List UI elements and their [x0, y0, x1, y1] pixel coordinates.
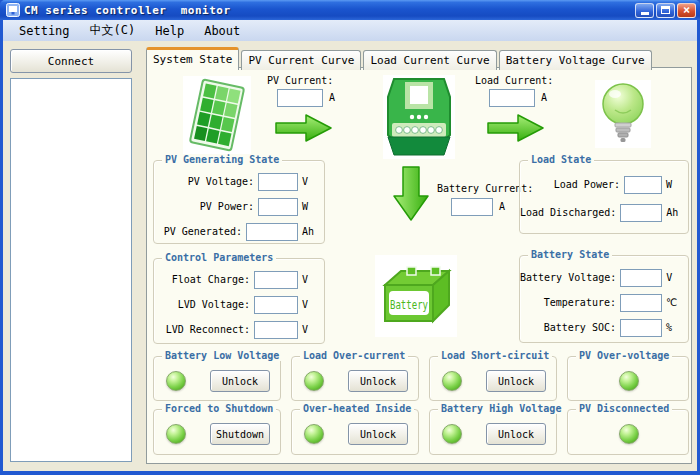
lvd-reconnect-input[interactable] [254, 321, 298, 339]
close-button[interactable]: × [677, 3, 696, 18]
lvd-reconnect-label: LVD Reconnect: [166, 324, 250, 335]
arrow-down-icon [393, 166, 429, 222]
status-title: Battery Low Voltage [162, 350, 282, 361]
menu-about[interactable]: About [194, 22, 250, 40]
battery-soc-label: Battery SOC: [544, 322, 616, 333]
pv-voltage-input[interactable] [258, 173, 298, 191]
pv-generated-input[interactable] [246, 223, 298, 241]
temperature-label: Temperature: [544, 297, 616, 308]
status-pv-disconnected: PV Disconnected [567, 409, 689, 455]
battery-high-voltage-led [442, 424, 462, 444]
menu-setting[interactable]: Setting [9, 22, 80, 40]
pv-generating-state-group: PV Generating State PV Voltage:V PV Powe… [153, 160, 325, 244]
pv-current-input[interactable] [277, 89, 323, 107]
over-heated-inside-led [304, 424, 324, 444]
lvd-voltage-label: LVD Voltage: [178, 299, 250, 310]
tab-load-current-curve[interactable]: Load Current Curve [363, 50, 496, 70]
load-state-group: Load State Load Power:W Load Discharged:… [519, 160, 689, 234]
load-current-input[interactable] [489, 89, 535, 107]
temperature-unit: ℃ [666, 297, 682, 308]
close-icon: × [683, 4, 690, 16]
load-power-input[interactable] [624, 176, 662, 194]
control-parameters-group: Control Parameters Float Charge:V LVD Vo… [153, 258, 325, 344]
status-title: Battery High Voltage [438, 403, 564, 414]
minimize-icon [641, 12, 649, 15]
app-window: CM series controller monitor × Setting 中… [0, 0, 700, 475]
controller-icon [383, 75, 455, 159]
battery-voltage-input[interactable] [620, 269, 662, 287]
pv-generated-label: PV Generated: [164, 226, 242, 237]
forced-to-shutdown-led [166, 424, 186, 444]
group-title: PV Generating State [162, 154, 282, 165]
load-power-unit: W [666, 179, 682, 190]
load-discharged-label: Load Discharged: [520, 207, 616, 218]
tab-strip: System State PV Current Curve Load Curre… [146, 47, 654, 70]
group-title: Load State [528, 154, 594, 165]
status-battery-high-voltage: Battery High Voltage Unlock [429, 409, 557, 455]
lvd-voltage-input[interactable] [254, 296, 298, 314]
status-title: Forced to Shutdown [162, 403, 276, 414]
tab-battery-voltage-curve[interactable]: Battery Voltage Curve [499, 50, 652, 70]
battery-voltage-unit: V [666, 272, 682, 283]
window-title: CM series controller monitor [24, 4, 231, 17]
status-load-over-current: Load Over-current Unlock [291, 356, 419, 401]
status-over-heated-inside: Over-heated Inside Unlock [291, 409, 419, 455]
pv-power-unit: W [302, 201, 318, 212]
title-bar: CM series controller monitor × [0, 0, 700, 20]
tab-pv-current-curve[interactable]: PV Current Curve [241, 50, 361, 70]
bulb-icon [595, 80, 651, 148]
battery-soc-unit: % [666, 322, 682, 333]
battery-soc-input[interactable] [620, 319, 662, 337]
menu-bar: Setting 中文(C) Help About [3, 20, 697, 41]
pv-power-input[interactable] [258, 198, 298, 216]
menu-language[interactable]: 中文(C) [80, 20, 146, 41]
load-short-circuit-led [442, 371, 462, 391]
solar-panel-icon [183, 76, 251, 154]
status-title: PV Disconnected [576, 403, 672, 414]
load-power-label: Load Power: [554, 179, 620, 190]
tab-system-state[interactable]: System State [146, 47, 239, 70]
battery-low-voltage-led [166, 371, 186, 391]
unlock-button[interactable]: Unlock [486, 370, 546, 392]
battery-state-group: Battery State Battery Voltage:V Temperat… [519, 255, 689, 343]
shutdown-button[interactable]: Shutdown [210, 423, 270, 445]
battery-icon-text: Battery [390, 298, 428, 312]
status-title: PV Over-voltage [576, 350, 672, 361]
pv-voltage-unit: V [302, 176, 318, 187]
battery-icon: Battery [375, 255, 457, 337]
menu-help[interactable]: Help [145, 22, 194, 40]
pv-voltage-label: PV Voltage: [188, 176, 254, 187]
load-current-unit: A [541, 92, 547, 103]
minimize-button[interactable] [635, 3, 654, 18]
maximize-icon [661, 6, 670, 14]
pv-power-label: PV Power: [200, 201, 254, 212]
status-title: Load Short-circuit [438, 350, 552, 361]
unlock-button[interactable]: Unlock [348, 423, 408, 445]
status-title: Over-heated Inside [300, 403, 414, 414]
float-charge-input[interactable] [254, 271, 298, 289]
load-discharged-unit: Ah [666, 207, 682, 218]
status-load-short-circuit: Load Short-circuit Unlock [429, 356, 557, 401]
unlock-button[interactable]: Unlock [210, 370, 270, 392]
load-discharged-input[interactable] [620, 204, 662, 222]
pv-current-label: PV Current: [267, 75, 333, 86]
unlock-button[interactable]: Unlock [486, 423, 546, 445]
status-battery-low-voltage: Battery Low Voltage Unlock [153, 356, 281, 401]
connect-button[interactable]: Connect [10, 49, 132, 73]
app-icon [6, 3, 20, 17]
client-area: Setting 中文(C) Help About Connect System … [3, 20, 697, 471]
status-pv-over-voltage: PV Over-voltage [567, 356, 689, 401]
device-list[interactable] [10, 78, 132, 462]
pv-generated-unit: Ah [302, 226, 318, 237]
arrow-right-icon [275, 114, 333, 142]
battery-current-input[interactable] [451, 198, 493, 216]
load-over-current-led [304, 371, 324, 391]
temperature-input[interactable] [620, 294, 662, 312]
battery-current-unit: A [499, 201, 505, 212]
unlock-button[interactable]: Unlock [348, 370, 408, 392]
float-charge-label: Float Charge: [172, 274, 250, 285]
pv-over-voltage-led [619, 371, 639, 391]
float-charge-unit: V [302, 274, 318, 285]
pv-current-unit: A [329, 92, 335, 103]
maximize-button[interactable] [656, 3, 675, 18]
